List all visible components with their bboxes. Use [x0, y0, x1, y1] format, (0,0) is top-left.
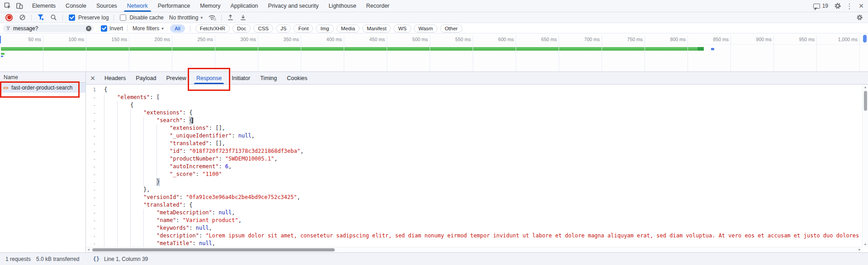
filter-pill-wasm[interactable]: Wasm	[414, 24, 437, 33]
ruler-gridline	[258, 35, 258, 71]
indent-guide	[117, 201, 130, 209]
filter-input[interactable]	[13, 25, 83, 32]
filter-pill-manifest[interactable]: Manifest	[362, 24, 391, 33]
network-conditions-icon[interactable]	[206, 12, 218, 23]
device-toolbar-icon[interactable]	[14, 0, 25, 12]
search-icon[interactable]	[47, 12, 59, 23]
token-k: "description"	[157, 232, 199, 240]
line-content: "id": "018f720f723f71378c3d221868df3eba"…	[100, 147, 304, 155]
response-body-viewer[interactable]: 1{-"elements": [-{-"extensions": {-"sear…	[86, 85, 862, 247]
vertical-scrollbar[interactable]: ▲ ▼	[862, 85, 868, 247]
horizontal-scroll-thumb[interactable]	[92, 248, 335, 251]
filter-pill-ws[interactable]: WS	[394, 24, 411, 33]
token-p: :	[218, 163, 225, 170]
disable-cache-checkbox[interactable]	[120, 14, 126, 21]
ruler-tick-label: 250 ms	[180, 37, 213, 42]
ruler-tick-label: 350 ms	[266, 37, 299, 42]
token-s: "SWDEMO10005.1"	[225, 155, 274, 163]
tab-privacy-and-security[interactable]: Privacy and security	[263, 0, 324, 12]
detail-tab-response[interactable]: Response	[191, 72, 227, 84]
record-network-log-button[interactable]	[5, 14, 13, 21]
name-column-header[interactable]: Name	[0, 72, 85, 83]
tab-console[interactable]: Console	[61, 0, 91, 12]
token-k: "keywords"	[157, 224, 189, 232]
line-content: },	[100, 186, 150, 194]
horizontal-scrollbar[interactable]: ◄ ►	[86, 247, 862, 252]
scroll-down-icon[interactable]: ▼	[863, 243, 868, 246]
invert-label: Invert	[109, 25, 123, 32]
filter-pill-doc[interactable]: Doc	[232, 24, 251, 33]
indent-guide	[130, 117, 143, 124]
export-har-icon[interactable]	[237, 12, 249, 23]
preserve-log-checkbox[interactable]	[69, 14, 75, 21]
invert-checkbox[interactable]	[101, 25, 107, 32]
filter-pill-other[interactable]: Other	[440, 24, 462, 33]
line-content: "search": {	[100, 117, 193, 124]
tab-performance[interactable]: Performance	[153, 0, 195, 12]
import-har-icon[interactable]	[225, 12, 237, 23]
indent-guide	[143, 117, 157, 124]
filter-icon[interactable]	[35, 12, 47, 23]
tab-application[interactable]: Application	[225, 0, 263, 12]
filter-pill-js[interactable]: JS	[276, 24, 291, 33]
indent-guide	[143, 155, 157, 163]
token-p: },	[143, 186, 150, 194]
close-detail-icon[interactable]: ×	[86, 72, 100, 84]
more-filters-dropdown[interactable]: More filters ▾	[130, 25, 166, 32]
code-line: -"metaTitle": null,	[86, 240, 862, 247]
overflow-menu-icon[interactable]: ⋮	[844, 0, 855, 12]
detail-tab-headers[interactable]: Headers	[100, 72, 131, 84]
clear-filter-icon[interactable]: ×	[86, 26, 91, 31]
tab-elements[interactable]: Elements	[27, 0, 61, 12]
issues-count: 19	[822, 3, 828, 9]
filter-pill-img[interactable]: Img	[316, 24, 333, 33]
scroll-right-icon[interactable]: ►	[858, 248, 861, 251]
line-gutter: -	[86, 240, 100, 247]
scroll-up-icon[interactable]: ▲	[863, 85, 868, 89]
scroll-left-icon[interactable]: ◄	[87, 248, 90, 251]
indent-guide	[117, 232, 130, 240]
request-row[interactable]: <> fast-order-product-search	[0, 83, 85, 93]
tab-memory[interactable]: Memory	[195, 0, 225, 12]
indent-guide	[117, 163, 130, 170]
filter-pill-css[interactable]: CSS	[253, 24, 273, 33]
line-gutter: -	[86, 155, 100, 163]
detail-tab-cookies[interactable]: Cookies	[282, 72, 312, 84]
close-devtools-icon[interactable]: ×	[855, 0, 867, 12]
network-overview[interactable]: 50 ms100 ms150 ms200 ms250 ms300 ms350 m…	[0, 34, 868, 72]
vertical-scroll-thumb[interactable]	[864, 91, 867, 111]
code-line: -"extensions": [],	[86, 124, 862, 132]
network-toolbar: Preserve log Disable cache No throttling…	[0, 12, 868, 23]
filter-pill-media[interactable]: Media	[337, 24, 360, 33]
ruler-gridline	[559, 35, 559, 71]
network-settings-gear-icon[interactable]	[854, 12, 865, 23]
code-line: -"translated": [],	[86, 140, 862, 147]
detail-tab-preview[interactable]: Preview	[161, 72, 191, 84]
filter-pill-all[interactable]: All	[170, 24, 185, 33]
issues-button[interactable]: 19	[810, 3, 832, 9]
code-line: -}	[86, 178, 862, 186]
indent-guide	[117, 147, 130, 155]
tab-sources[interactable]: Sources	[91, 0, 122, 12]
detail-tab-payload[interactable]: Payload	[131, 72, 161, 84]
indent-guide	[104, 155, 117, 163]
tab-lighthouse[interactable]: Lighthouse	[323, 0, 361, 12]
separator	[62, 14, 63, 21]
indent-guide	[143, 240, 157, 247]
ruler-gridline	[773, 35, 774, 71]
clear-network-log-icon[interactable]	[16, 12, 28, 23]
filter-pill-font[interactable]: Font	[294, 24, 313, 33]
indent-guide	[130, 201, 143, 209]
tab-network[interactable]: Network	[122, 0, 153, 12]
settings-gear-icon[interactable]	[832, 0, 844, 12]
indent-guide	[143, 224, 157, 232]
detail-tab-initiator[interactable]: Initiator	[227, 72, 255, 84]
indent-guide	[143, 217, 157, 224]
throttling-select[interactable]: No throttling ▾	[166, 14, 205, 21]
token-n: 6	[225, 163, 228, 170]
inspect-element-icon[interactable]	[2, 0, 14, 12]
tab-recorder[interactable]: Recorder	[361, 0, 394, 12]
filter-pill-fetch-xhr[interactable]: Fetch/XHR	[195, 24, 230, 33]
detail-tab-timing[interactable]: Timing	[255, 72, 282, 84]
overview-resize-handle[interactable]	[863, 35, 867, 43]
